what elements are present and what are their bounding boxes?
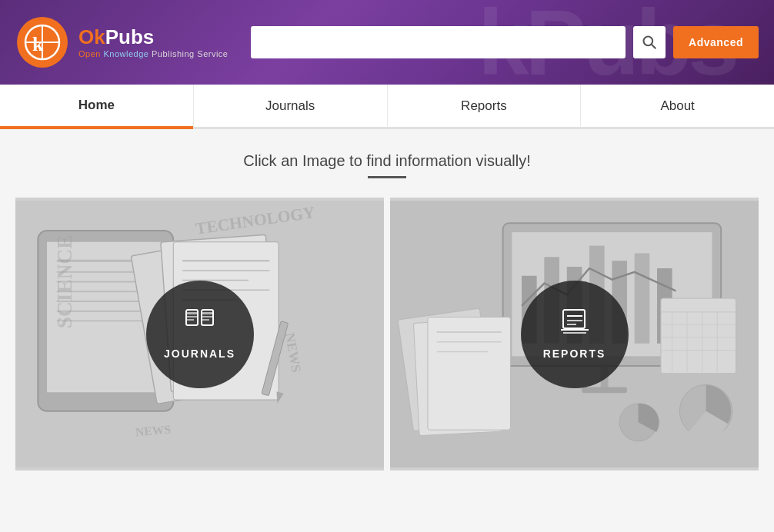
logo-text: OkPubs Open Knowledge Publishing Service xyxy=(78,25,228,59)
logo-ok: Ok xyxy=(78,25,105,48)
tagline-divider xyxy=(368,176,406,178)
nav-item-home[interactable]: Home xyxy=(0,85,193,129)
main-tagline: Click an Image to find information visua… xyxy=(15,152,759,170)
journals-card[interactable]: SCIENCE TECHNOLOGY NEWS NEWS xyxy=(15,198,384,470)
svg-point-5 xyxy=(644,37,653,46)
journals-badge-label: JOURNALS xyxy=(164,347,235,360)
svg-rect-50 xyxy=(582,387,627,393)
journals-icon xyxy=(185,308,215,335)
svg-text:k: k xyxy=(32,33,44,55)
reports-card[interactable]: REPORTS xyxy=(390,198,759,470)
svg-rect-34 xyxy=(186,319,194,321)
svg-rect-32 xyxy=(186,312,198,314)
logo-knowledge-text: Knowledge xyxy=(103,49,148,58)
reports-badge-label: REPORTS xyxy=(543,347,606,360)
logo-subtitle: Open Knowledge Publishing Service xyxy=(78,49,228,59)
nav-item-reports[interactable]: Reports xyxy=(387,85,581,129)
journals-badge-icon xyxy=(185,308,215,341)
svg-rect-53 xyxy=(428,318,511,431)
search-input[interactable] xyxy=(251,26,626,58)
search-area: Advanced xyxy=(251,26,759,58)
logo-icon: k xyxy=(15,15,69,69)
svg-rect-37 xyxy=(202,316,213,318)
search-icon xyxy=(642,35,657,50)
main-nav: Home Journals Reports About xyxy=(0,85,774,129)
nav-item-about[interactable]: About xyxy=(580,85,774,129)
reports-badge-icon xyxy=(559,308,590,341)
nav-item-journals[interactable]: Journals xyxy=(193,85,387,129)
svg-text:SCIENCE: SCIENCE xyxy=(53,235,76,329)
svg-rect-47 xyxy=(635,253,650,343)
logo-open: Open xyxy=(78,49,101,58)
cards-row: SCIENCE TECHNOLOGY NEWS NEWS xyxy=(15,198,759,470)
header: kPubs k OkPubs Open Knowledge Publishing… xyxy=(0,0,774,85)
svg-rect-38 xyxy=(202,319,209,321)
reports-badge: REPORTS xyxy=(521,281,629,388)
search-button[interactable] xyxy=(633,26,666,58)
svg-rect-33 xyxy=(186,316,198,318)
logo-title: OkPubs xyxy=(78,25,228,49)
logo-rest: Publishing Service xyxy=(152,49,229,58)
advanced-button[interactable]: Advanced xyxy=(673,26,759,58)
main-content: Click an Image to find information visua… xyxy=(0,129,774,486)
svg-rect-68 xyxy=(563,310,585,328)
svg-line-6 xyxy=(652,45,656,49)
svg-rect-36 xyxy=(202,312,213,314)
logo-area: k OkPubs Open Knowledge Publishing Servi… xyxy=(15,15,228,69)
logo-pubs-text: Pubs xyxy=(105,25,155,48)
reports-icon xyxy=(559,308,590,335)
journals-badge: JOURNALS xyxy=(146,281,254,388)
